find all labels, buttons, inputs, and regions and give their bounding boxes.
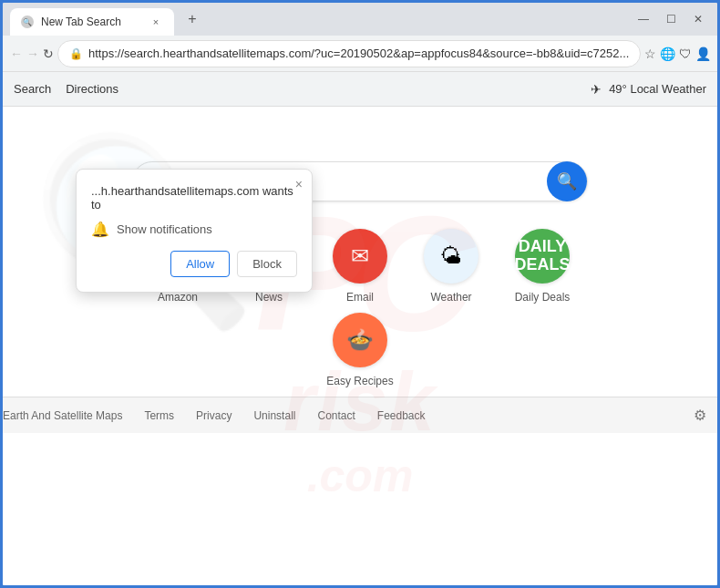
toolbar-directions-label: Directions (66, 82, 118, 96)
close-button[interactable]: ✕ (686, 11, 710, 27)
app-item-recipes[interactable]: 🍲 Easy Recipes (324, 313, 396, 387)
recipes-icon: 🍲 (333, 313, 387, 367)
footer-link-feedback[interactable]: Feedback (377, 409, 426, 422)
title-bar: 🔍 New Tab Search × + — ☐ ✕ (3, 3, 717, 36)
bell-icon: 🔔 (91, 221, 109, 238)
browser-window: 🔍 New Tab Search × + — ☐ ✕ ← → ↻ 🔒 https… (0, 0, 720, 588)
popup-notification-row: 🔔 Show notifications (91, 221, 297, 238)
watermark-com: .com (307, 449, 414, 501)
email-label: Email (346, 291, 374, 304)
apps-section-row2: 🍲 Easy Recipes (3, 313, 717, 397)
popup-buttons: Allow Block (91, 251, 297, 277)
settings-icon[interactable]: ⚙ (694, 407, 706, 424)
menu-button[interactable]: ⋮ (715, 41, 720, 67)
url-bar[interactable]: 🔒 https://search.hearthandsatellitemaps.… (57, 40, 641, 67)
footer-link-uninstall[interactable]: Uninstall (253, 409, 295, 422)
weather-icon: 🌤 (424, 229, 478, 284)
app-item-daily-deals[interactable]: DAILYDEALS Daily Deals (506, 229, 579, 304)
toolbar-search-label: Search (14, 82, 51, 96)
show-notifications-label: Show notifications (117, 222, 212, 236)
main-content: PC risk .com 🔍 × ...h.hearthandsatellite… (3, 107, 717, 585)
lock-icon: 🔒 (69, 47, 83, 60)
profile-button[interactable]: 👤 (695, 41, 711, 67)
address-bar: ← → ↻ 🔒 https://search.hearthandsatellit… (3, 36, 717, 72)
email-icon: ✉ (333, 229, 387, 284)
airplane-icon: ✈ (591, 82, 602, 97)
new-tab-button[interactable]: + (180, 6, 205, 32)
weather-label: Weather (430, 291, 471, 304)
notification-popup: × ...h.hearthandsatellitemaps.com wants … (76, 169, 313, 293)
minimize-button[interactable]: — (632, 11, 655, 27)
tab-title: New Tab Search (41, 15, 121, 28)
back-button[interactable]: ← (10, 41, 23, 67)
recipes-label: Easy Recipes (326, 375, 393, 387)
toolbar: Search Directions ✈ 49° Local Weather (3, 72, 717, 107)
amazon-label: Amazon (158, 291, 198, 304)
bookmark-button[interactable]: ☆ (644, 41, 656, 67)
tab-close-button[interactable]: × (149, 15, 163, 29)
block-button[interactable]: Block (237, 251, 297, 277)
daily-deals-label: Daily Deals (515, 291, 571, 304)
maximize-button[interactable]: ☐ (659, 11, 683, 27)
popup-title: ...h.hearthandsatellitemaps.com wants to (91, 184, 297, 211)
footer: Earth And Satellite Maps Terms Privacy U… (3, 397, 717, 433)
tab-favicon: 🔍 (21, 15, 34, 28)
footer-link-terms[interactable]: Terms (144, 409, 174, 422)
forward-button[interactable]: → (26, 41, 39, 67)
url-text: https://search.hearthandsatellitemaps.co… (88, 46, 629, 60)
browser-tab[interactable]: 🔍 New Tab Search × (10, 8, 174, 36)
app-item-weather[interactable]: 🌤 Weather (415, 229, 488, 304)
popup-close-button[interactable]: × (295, 177, 303, 191)
footer-link-contact[interactable]: Contact (317, 409, 355, 422)
refresh-button[interactable]: ↻ (43, 41, 54, 67)
shield-button[interactable]: 🛡 (679, 41, 692, 67)
search-button[interactable]: 🔍 (547, 161, 587, 201)
news-label: News (255, 291, 283, 304)
window-controls: — ☐ ✕ (632, 11, 710, 27)
toolbar-right: ✈ 49° Local Weather (591, 82, 706, 97)
allow-button[interactable]: Allow (170, 251, 230, 277)
app-item-email[interactable]: ✉ Email (324, 229, 396, 304)
weather-label: 49° Local Weather (609, 82, 706, 96)
footer-link-earth[interactable]: Earth And Satellite Maps (3, 409, 122, 422)
chrome-icon-button[interactable]: 🌐 (660, 41, 675, 67)
daily-deals-icon: DAILYDEALS (515, 229, 570, 284)
footer-link-privacy[interactable]: Privacy (196, 409, 231, 422)
